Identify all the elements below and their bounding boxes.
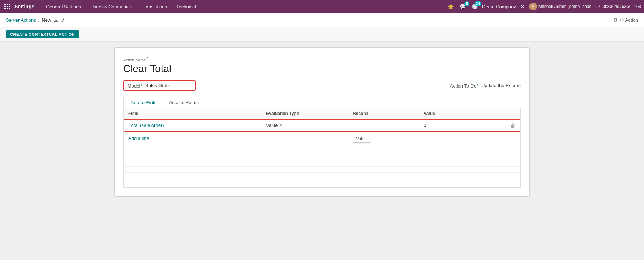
action-menu-button[interactable]: ⚙ ⚙ Action — [613, 17, 638, 23]
cloud-save-icon[interactable]: ☁ — [53, 17, 58, 23]
spacer-row-2 — [124, 173, 520, 187]
spacer-row-1 — [124, 145, 520, 167]
col-header-field: Field — [124, 108, 262, 119]
nav-items: General Settings Users & Companies Trans… — [42, 3, 445, 11]
activity-icon[interactable]: 🕐 24 — [470, 3, 479, 10]
table-row: Total (sale.order) Value ▼ 0 🗑 — [124, 119, 520, 132]
delete-row-icon[interactable]: 🗑 — [510, 123, 515, 128]
avatar: M — [529, 3, 537, 10]
svg-rect-7 — [7, 8, 8, 9]
col-header-eval-type: Evaluation Type — [262, 108, 348, 119]
form-card: Action Name? Clear Total Model? Sales Or… — [114, 47, 530, 197]
action-to-do-label: Action To Do? — [450, 82, 478, 89]
main-content: Action Name? Clear Total Model? Sales Or… — [0, 42, 644, 258]
add-line-row: Add a line Value — [124, 132, 520, 145]
eval-type-cell: Value ▼ — [266, 123, 344, 128]
tab-access-rights[interactable]: Access Rights — [163, 97, 205, 108]
tab-panel-data-to-write: Field Evaluation Type Record Value Total… — [123, 108, 521, 188]
star-icon[interactable]: ⭐ — [446, 3, 455, 10]
breadcrumb: Server Actions / New ☁ ↺ — [6, 17, 65, 23]
cross-icon[interactable]: ✕ — [519, 3, 526, 10]
action-to-do-value: Update the Record — [481, 83, 521, 88]
add-line-link[interactable]: Add a line — [128, 136, 149, 141]
action-to-do-help[interactable]: ? — [476, 82, 478, 86]
model-label: Model? — [128, 82, 142, 89]
model-field[interactable]: Model? Sales Order — [123, 80, 196, 91]
cell-value[interactable]: 0 — [419, 119, 506, 132]
activity-badge: 24 — [475, 1, 481, 6]
messages-icon[interactable]: 💬 5 — [458, 3, 467, 10]
separator-row — [124, 167, 520, 173]
data-table: Field Evaluation Type Record Value Total… — [124, 108, 520, 188]
add-line-cell: Add a line — [124, 132, 348, 145]
col-header-value: Value — [419, 108, 506, 119]
svg-rect-2 — [9, 4, 10, 5]
nav-users-companies[interactable]: Users & Companies — [86, 3, 137, 11]
breadcrumb-parent[interactable]: Server Actions — [6, 17, 36, 23]
action-label: ⚙ Action — [620, 17, 638, 23]
nav-general-settings[interactable]: General Settings — [42, 3, 85, 11]
table-header-row: Field Evaluation Type Record Value — [124, 108, 520, 119]
cell-delete: 🗑 — [506, 119, 520, 132]
app-grid-icon[interactable] — [3, 2, 12, 11]
form-row-model: Model? Sales Order Action To Do? Update … — [123, 80, 521, 91]
svg-rect-4 — [7, 6, 8, 7]
breadcrumb-bar: Server Actions / New ☁ ↺ ⚙ ⚙ Action — [0, 13, 644, 27]
refresh-icon[interactable]: ↺ — [60, 17, 65, 23]
action-to-do-field: Action To Do? Update the Record — [450, 82, 521, 89]
top-navigation: Settings General Settings Users & Compan… — [0, 0, 644, 13]
cell-field: Total (sale.order) — [124, 119, 262, 132]
eval-type-dropdown[interactable]: ▼ — [279, 123, 283, 127]
tab-data-to-write[interactable]: Data to Write — [123, 97, 163, 108]
tabs: Data to Write Access Rights — [123, 97, 521, 108]
breadcrumb-current: New — [42, 17, 51, 23]
svg-rect-3 — [4, 6, 6, 7]
svg-rect-6 — [4, 8, 6, 9]
cell-record — [348, 119, 419, 132]
col-header-record: Record — [348, 108, 419, 119]
svg-rect-0 — [4, 4, 6, 5]
model-value: Sales Order — [145, 83, 170, 88]
messages-badge: 5 — [464, 1, 469, 6]
nav-translations[interactable]: Translations — [137, 3, 171, 11]
app-name: Settings — [14, 4, 34, 9]
svg-rect-1 — [7, 4, 8, 5]
action-name-help[interactable]: ? — [146, 56, 148, 60]
cell-eval-type: Value ▼ — [262, 119, 348, 132]
value-tooltip: Value — [353, 135, 370, 143]
svg-rect-8 — [9, 8, 10, 9]
user-name: Mitchell Admin (demo_saas-162_3b3b04d763… — [538, 4, 641, 9]
user-info[interactable]: M Mitchell Admin (demo_saas-162_3b3b04d7… — [529, 3, 641, 10]
nav-technical[interactable]: Technical — [172, 3, 200, 11]
gear-icon: ⚙ — [613, 17, 618, 23]
svg-rect-5 — [9, 6, 10, 7]
action-title: Clear Total — [123, 63, 521, 74]
nav-right: ⭐ 💬 5 🕐 24 Demo Company ✕ M Mitchell Adm… — [446, 3, 641, 10]
col-header-actions — [506, 108, 520, 119]
breadcrumb-separator: / — [38, 17, 40, 23]
model-help[interactable]: ? — [140, 82, 142, 86]
create-contextual-action-button[interactable]: CREATE CONTEXTUAL ACTION — [6, 30, 79, 38]
tooltip-cell: Value — [348, 132, 520, 145]
action-name-label: Action Name? — [123, 56, 521, 62]
company-name: Demo Company — [482, 4, 516, 9]
eval-type-value: Value — [266, 123, 278, 128]
toolbar: CREATE CONTEXTUAL ACTION — [0, 27, 644, 42]
